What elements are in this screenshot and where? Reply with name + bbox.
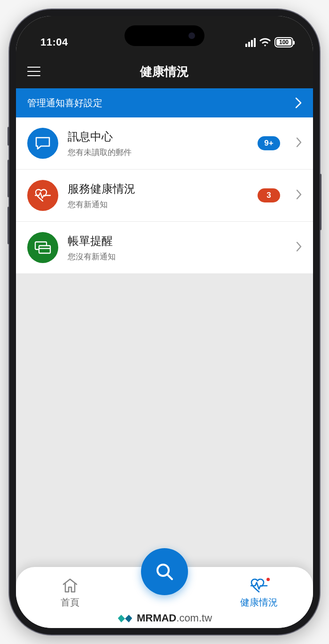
chevron-right-icon [295,97,302,109]
phone-frame: 11:04 100 健康情況 管理通知喜好設定 [9,9,320,635]
item-title: 訊息中心 [68,129,248,144]
svg-line-4 [167,574,172,579]
tab-home[interactable]: 首頁 [44,577,96,609]
home-icon [62,577,78,594]
cellular-icon [245,38,256,47]
item-title: 帳單提醒 [68,233,280,248]
manage-notifications-banner[interactable]: 管理通知喜好設定 [16,88,313,117]
tab-label: 健康情況 [240,596,278,609]
content-area [16,273,313,567]
side-button [8,127,9,146]
heart-pulse-icon [27,180,58,211]
chevron-right-icon [296,137,302,149]
list-item-billing[interactable]: 帳單提醒 您沒有新通知 [16,222,313,273]
side-button [8,207,9,244]
badge: 9+ [258,136,280,150]
health-list: 訊息中心 您有未讀取的郵件 9+ 服務健康情況 您有新通知 3 [16,117,313,273]
screen: 11:04 100 健康情況 管理通知喜好設定 [16,16,313,628]
card-icon [27,232,58,263]
app-header: 健康情況 [16,54,313,88]
item-subtitle: 您有未讀取的郵件 [68,147,248,158]
banner-label: 管理通知喜好設定 [27,97,102,109]
chevron-right-icon [296,189,302,202]
side-button [8,160,9,197]
item-text: 帳單提醒 您沒有新通知 [68,233,280,262]
item-title: 服務健康情況 [68,181,248,196]
list-item-message-center[interactable]: 訊息中心 您有未讀取的郵件 9+ [16,117,313,170]
battery-level: 100 [276,39,291,46]
svg-rect-1 [39,246,50,253]
item-subtitle: 您有新通知 [68,199,248,210]
page-title: 健康情況 [16,63,313,80]
search-fab[interactable] [141,548,188,595]
list-item-service-health[interactable]: 服務健康情況 您有新通知 3 [16,170,313,222]
tab-health[interactable]: 健康情況 [233,577,285,609]
wifi-icon [259,38,271,47]
battery-icon: 100 [274,37,293,47]
item-subtitle: 您沒有新通知 [68,251,280,262]
badge: 3 [258,188,280,202]
chevron-right-icon [296,241,302,254]
search-icon [154,561,175,582]
menu-button[interactable] [27,67,40,76]
heart-pulse-icon [250,577,268,594]
tab-bar: 首頁 健康情況 [16,567,313,628]
side-button [320,174,321,230]
dynamic-island [125,25,204,46]
item-text: 服務健康情況 您有新通知 [68,181,248,210]
notification-dot [266,577,271,582]
tab-label: 首頁 [61,596,79,609]
status-icons: 100 [245,37,293,47]
item-text: 訊息中心 您有未讀取的郵件 [68,129,248,158]
message-icon [27,128,58,159]
status-time: 11:04 [40,36,68,48]
